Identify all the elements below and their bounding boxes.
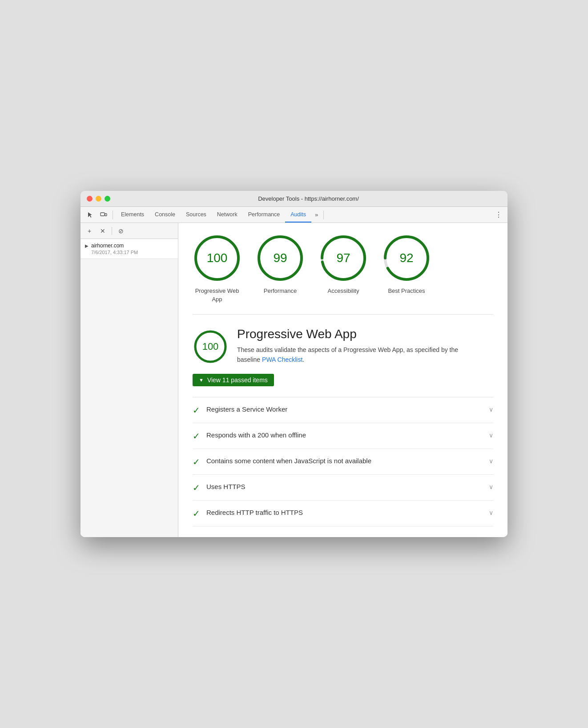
device-toggle-icon[interactable] (97, 209, 110, 221)
check-icon-3: ✓ (193, 482, 200, 493)
score-label: Performance (264, 287, 297, 295)
pwa-checklist-link[interactable]: PWA Checklist (262, 356, 302, 363)
tab-console[interactable]: Console (149, 207, 181, 222)
check-icon-0: ✓ (193, 405, 200, 416)
score-label: Progressive Web App (195, 287, 239, 303)
score-value: 97 (336, 251, 350, 265)
expand-chevron-1[interactable]: ∨ (489, 432, 493, 439)
close-button[interactable] (87, 196, 93, 202)
tab-sources[interactable]: Sources (181, 207, 212, 222)
toolbar-divider-2 (323, 210, 324, 219)
view-passed-label: View 11 passed items (207, 376, 268, 384)
score-circle: 97 (319, 234, 368, 283)
toolbar-divider (113, 210, 113, 219)
audit-item-title: airhorner.com (91, 243, 138, 249)
scores-row: 100 Progressive Web App 99 Performance 9… (193, 234, 493, 314)
add-audit-button[interactable]: + (84, 226, 95, 236)
expand-chevron-2[interactable]: ∨ (489, 457, 493, 465)
sidebar-divider (112, 227, 112, 235)
score-item: 99 Performance (256, 234, 305, 303)
audit-item-label-0: Registers a Service Worker (206, 404, 483, 415)
sidebar: + ✕ ⊘ ▶ airhorner.com 7/6/2017, 4:33:17 … (81, 223, 178, 537)
audit-item-label-1: Responds with a 200 when offline (206, 430, 483, 441)
score-label: Accessibility (328, 287, 359, 295)
score-item: 97 Accessibility (319, 234, 368, 303)
tab-performance[interactable]: Performance (243, 207, 286, 222)
svg-rect-0 (101, 213, 105, 216)
devtools-menu-button[interactable]: ⋮ (493, 210, 504, 219)
pwa-title: Progressive Web App (237, 327, 459, 341)
block-icon[interactable]: ⊘ (116, 226, 126, 236)
sidebar-toolbar: + ✕ ⊘ (81, 223, 178, 239)
pwa-header: 100 Progressive Web App These audits val… (193, 327, 493, 365)
score-circle: 99 (256, 234, 305, 283)
svg-rect-1 (105, 214, 107, 216)
devtools-toolbar: Elements Console Sources Network Perform… (81, 207, 507, 223)
score-item: 92 Best Practices (382, 234, 431, 303)
chevron-down-icon: ▼ (199, 377, 204, 383)
pwa-description: These audits validate the aspects of a P… (237, 345, 459, 365)
more-tabs-button[interactable]: » (312, 211, 321, 218)
tab-audits[interactable]: Audits (285, 207, 311, 222)
expand-chevron-0[interactable]: ∨ (489, 406, 493, 413)
pwa-mini-score-value: 100 (202, 341, 219, 352)
expand-chevron-4[interactable]: ∨ (489, 509, 493, 516)
score-item: 100 Progressive Web App (193, 234, 242, 303)
tab-elements[interactable]: Elements (116, 207, 149, 222)
window-title: Developer Tools - https://airhorner.com/ (116, 195, 501, 202)
score-label: Best Practices (388, 287, 425, 295)
audit-list: ✓ Registers a Service Worker ∨ ✓ Respond… (193, 397, 493, 526)
tab-network[interactable]: Network (212, 207, 243, 222)
audit-item-1: ✓ Responds with a 200 when offline ∨ (193, 423, 493, 449)
audit-item-4: ✓ Redirects HTTP traffic to HTTPS ∨ (193, 501, 493, 526)
pwa-score-mini: 100 (193, 329, 228, 364)
audit-item-3: ✓ Uses HTTPS ∨ (193, 475, 493, 501)
audit-item-label-4: Redirects HTTP traffic to HTTPS (206, 508, 483, 518)
expand-arrow-icon: ▶ (85, 243, 89, 248)
minimize-button[interactable] (96, 196, 101, 202)
window-controls (87, 196, 110, 202)
check-icon-2: ✓ (193, 457, 200, 467)
audit-item-content: airhorner.com 7/6/2017, 4:33:17 PM (91, 243, 138, 255)
expand-chevron-3[interactable]: ∨ (489, 483, 493, 490)
toolbar-tabs: Elements Console Sources Network Perform… (116, 207, 311, 222)
close-audit-button[interactable]: ✕ (97, 226, 108, 236)
audit-item-subtitle: 7/6/2017, 4:33:17 PM (91, 250, 138, 255)
score-circle: 92 (382, 234, 431, 283)
audit-item-0: ✓ Registers a Service Worker ∨ (193, 397, 493, 423)
pwa-title-block: Progressive Web App These audits validat… (237, 327, 459, 365)
main-content: 100 Progressive Web App 99 Performance 9… (178, 223, 507, 537)
score-circle: 100 (193, 234, 242, 283)
view-passed-button[interactable]: ▼ View 11 passed items (193, 374, 274, 386)
check-icon-4: ✓ (193, 508, 200, 519)
audit-item-2: ✓ Contains some content when JavaScript … (193, 449, 493, 475)
cursor-icon[interactable] (84, 209, 97, 221)
browser-window: Developer Tools - https://airhorner.com/… (81, 191, 507, 537)
maximize-button[interactable] (105, 196, 110, 202)
score-value: 99 (273, 251, 287, 265)
pwa-description-suffix: . (302, 356, 304, 363)
check-icon-1: ✓ (193, 431, 200, 441)
title-bar: Developer Tools - https://airhorner.com/ (81, 191, 507, 207)
score-value: 92 (399, 251, 413, 265)
audit-item-label-3: Uses HTTPS (206, 482, 483, 492)
pwa-section: 100 Progressive Web App These audits val… (193, 327, 493, 526)
score-value: 100 (207, 251, 228, 265)
devtools-body: + ✕ ⊘ ▶ airhorner.com 7/6/2017, 4:33:17 … (81, 223, 507, 537)
audit-item-label-2: Contains some content when JavaScript is… (206, 456, 483, 466)
audit-list-item[interactable]: ▶ airhorner.com 7/6/2017, 4:33:17 PM (81, 239, 178, 259)
